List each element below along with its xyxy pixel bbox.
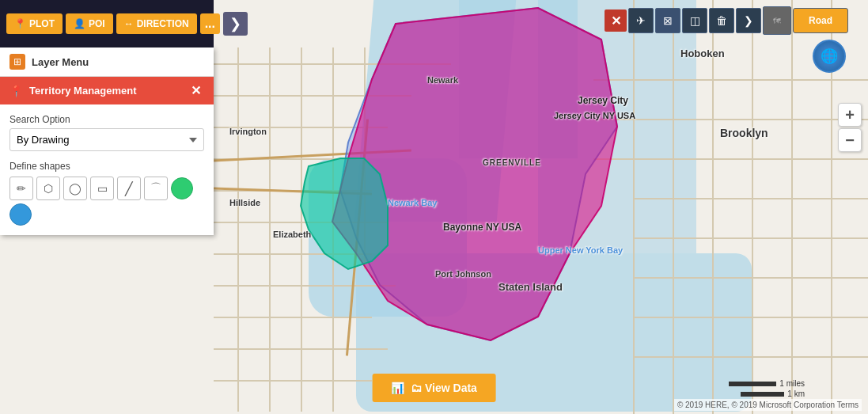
shape-tools-container: ✏ ⬡ ◯ ▭ ╱ ⌒	[9, 177, 204, 226]
direction-button[interactable]: ↔ DIRECTION	[116, 13, 197, 34]
close-map-button[interactable]: ✕	[605, 9, 627, 32]
scale-line-miles	[729, 382, 776, 386]
territory-pin-icon: 📍	[9, 85, 23, 97]
scale-bar: 1 miles 1 km	[729, 379, 805, 398]
layer-panel: ⊞ Layer Menu 📍 Territory Management ✕ Se…	[0, 47, 214, 235]
search-option-label: Search Option	[9, 114, 204, 125]
poi-button[interactable]: 👤 POI	[66, 13, 113, 34]
map-icon-button[interactable]: ◫	[682, 8, 707, 33]
more-button[interactable]: ...	[200, 13, 220, 34]
rectangle-icon: ▭	[97, 182, 108, 195]
zoom-in-button[interactable]: +	[838, 103, 862, 127]
zoom-controls: + −	[838, 103, 862, 152]
delete-icon-button[interactable]: 🗑	[709, 8, 734, 33]
plot-icon: 📍	[14, 18, 26, 29]
table-icon: 📊	[391, 382, 404, 394]
main-toolbar: 📍 PLOT 👤 POI ↔ DIRECTION ... ❯	[0, 0, 214, 47]
direction-icon: ↔	[124, 18, 134, 29]
line-icon: ╱	[125, 181, 133, 196]
copyright-text: © 2019 HERE, © 2019 Microsoft Corporatio…	[674, 399, 862, 411]
poi-label: POI	[89, 18, 105, 29]
green-color-button[interactable]	[171, 177, 193, 199]
view-data-button[interactable]: 📊 🗂 View Data	[372, 374, 496, 402]
top-right-toolbar: ✕ ✈ ⊠ ◫ 🗑 ❯ 🗺 Road	[605, 6, 848, 35]
circle-icon: ◯	[69, 182, 81, 195]
curve-tool-button[interactable]: ⌒	[144, 177, 168, 200]
scale-km-label: 1 km	[787, 389, 805, 398]
layer-header: ⊞ Layer Menu	[0, 47, 214, 77]
circle-tool-button[interactable]: ◯	[63, 177, 87, 200]
direction-label: DIRECTION	[137, 18, 189, 29]
scale-miles-label: 1 miles	[779, 379, 805, 388]
curve-icon: ⌒	[150, 181, 161, 196]
territory-header: 📍 Territory Management ✕	[0, 77, 214, 104]
map-preview-thumb: 🗺	[763, 6, 791, 35]
pen-tool-button[interactable]: ✏	[9, 177, 33, 200]
scale-line-km	[741, 392, 784, 397]
territory-body: Search Option By Drawing Define shapes ✏…	[0, 104, 214, 235]
lasso-icon: ⬡	[44, 182, 53, 195]
territory-title-area: 📍 Territory Management	[9, 85, 137, 97]
territory-close-button[interactable]: ✕	[188, 83, 204, 98]
layers-icon: ⊞	[13, 56, 21, 67]
layer-icon: ⊞	[9, 54, 25, 70]
road-view-button[interactable]: Road	[793, 8, 848, 33]
search-option-select[interactable]: By Drawing	[9, 128, 204, 151]
grid-icon-button[interactable]: ⊠	[655, 8, 680, 33]
globe-icon[interactable]: 🌐	[813, 40, 846, 73]
define-shapes-label: Define shapes	[9, 161, 204, 172]
territory-panel: 📍 Territory Management ✕ Search Option B…	[0, 77, 214, 235]
blue-color-button[interactable]	[9, 203, 32, 226]
zoom-out-button[interactable]: −	[838, 128, 862, 152]
poi-icon: 👤	[74, 18, 85, 29]
territory-panel-title: Territory Management	[29, 85, 137, 97]
view-data-label: 🗂 View Data	[411, 382, 477, 394]
lasso-tool-button[interactable]: ⬡	[36, 177, 60, 200]
plot-label: PLOT	[29, 18, 55, 29]
next-icon-button[interactable]: ❯	[736, 8, 761, 33]
flight-icon-button[interactable]: ✈	[628, 8, 654, 33]
plot-button[interactable]: 📍 PLOT	[6, 13, 63, 34]
line-tool-button[interactable]: ╱	[117, 177, 141, 200]
collapse-button[interactable]: ❯	[223, 12, 248, 36]
rectangle-tool-button[interactable]: ▭	[90, 177, 114, 200]
pen-icon: ✏	[17, 182, 26, 195]
layer-menu-title: Layer Menu	[32, 56, 89, 68]
